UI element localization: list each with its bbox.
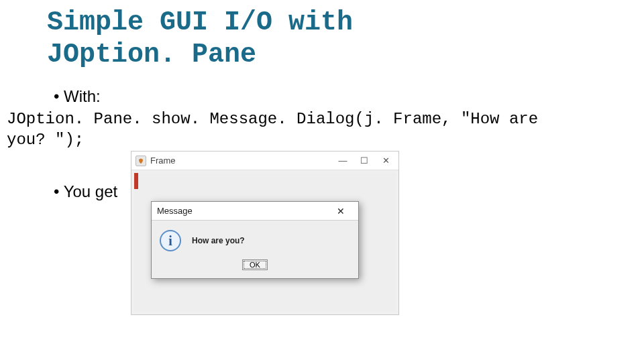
maximize-button[interactable]: ☐	[360, 156, 369, 166]
slide-title: Simple GUI I/O with JOption. Pane	[47, 7, 353, 71]
code-line-1: JOption. Pane. show. Message. Dialog(j. …	[7, 109, 538, 129]
minimize-button[interactable]: —	[338, 156, 347, 166]
jframe-title-text: Frame	[150, 156, 176, 166]
message-body: i How are you?	[152, 221, 358, 257]
message-dialog: Message ✕ i How are you? OK	[151, 201, 359, 279]
info-icon: i	[160, 230, 181, 251]
title-line-1: Simple GUI I/O with	[47, 7, 353, 39]
jframe-titlebar: Frame — ☐ ✕	[131, 152, 398, 170]
message-text: How are you?	[192, 236, 245, 245]
bullet-with: • With:	[54, 87, 101, 106]
close-button[interactable]: ✕	[381, 156, 390, 166]
window-controls: — ☐ ✕	[338, 156, 394, 166]
java-cup-icon	[136, 156, 146, 166]
title-line-2: JOption. Pane	[47, 39, 353, 71]
message-close-button[interactable]: ✕	[329, 204, 353, 218]
red-accent-strip	[134, 173, 138, 189]
ok-button[interactable]: OK	[242, 259, 268, 270]
message-buttonbar: OK	[152, 257, 358, 278]
message-title-text: Message	[157, 206, 193, 216]
message-titlebar: Message ✕	[152, 202, 358, 221]
code-line-2: you? ");	[7, 129, 84, 150]
bullet-you-get: • You get	[54, 182, 117, 201]
